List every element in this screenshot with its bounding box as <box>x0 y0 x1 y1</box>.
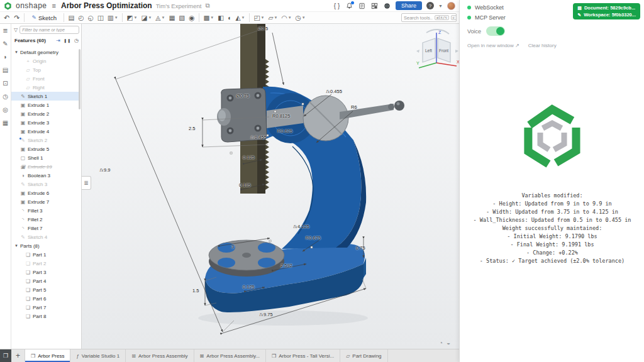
hole-icon[interactable]: ◉ <box>188 14 196 21</box>
tree-item[interactable]: ❏Part 2 <box>11 259 79 268</box>
tree-item[interactable]: ❏Part 1 <box>11 250 79 259</box>
tree-item[interactable]: ❏Part 6 <box>11 294 79 303</box>
tab-variable-studio-1[interactable]: ƒVariable Studio 1 <box>70 349 126 362</box>
open-new-window-link[interactable]: Open in new window ↗ <box>467 43 519 48</box>
tree-item[interactable]: ✎Sketch 4 <box>11 233 79 241</box>
chevron-down-icon[interactable]: ▼ <box>14 244 18 248</box>
tree-item[interactable]: ❏Part 4 <box>11 277 79 285</box>
split-icon[interactable]: ◭▼ <box>235 14 246 21</box>
tree-group-parts-8-[interactable]: ▼Parts (8) <box>11 241 79 250</box>
tree-item[interactable]: ▢Shell 1 <box>11 153 79 162</box>
notes-icon[interactable] <box>358 2 366 10</box>
section-view-icon[interactable]: ◔ <box>439 339 443 346</box>
loft-icon[interactable]: ◫ <box>96 14 104 21</box>
chevron-down-icon[interactable]: ▼ <box>14 50 18 54</box>
tree-item[interactable]: ▱Right <box>11 83 79 92</box>
tree-item-label: Extrude 3 <box>28 120 49 126</box>
notifications-bell-icon[interactable] <box>345 2 353 10</box>
tree-item[interactable]: ✎Sketch 1 <box>11 92 79 101</box>
tree-item[interactable]: ◝Fillet 3 <box>11 206 79 215</box>
measure-icon[interactable]: ◷▼ <box>294 14 306 21</box>
insert-icon[interactable]: ⇥ <box>56 38 60 43</box>
tree-item[interactable]: ❏Part 5 <box>11 285 79 294</box>
tree-item[interactable]: ▣Extrude 4 <box>11 127 79 136</box>
workspace-name[interactable]: Tim's Experiment <box>156 3 202 9</box>
tab-label: Arbor Press Assembly... <box>206 353 260 359</box>
tree-item[interactable]: ▣Extrude 2 <box>11 109 79 118</box>
tree-item[interactable]: ❏Part 8 <box>11 312 79 321</box>
document-menu-icon[interactable]: ≡ <box>52 2 56 9</box>
tables-icon[interactable]: ▦ <box>3 120 8 126</box>
history-icon[interactable]: ◷ <box>3 94 8 100</box>
feature-list-icon[interactable]: ▤ <box>3 67 8 74</box>
share-button[interactable]: Share <box>396 1 422 10</box>
curve-icon[interactable]: ◠▼ <box>280 14 292 21</box>
revolve-icon[interactable]: ◴ <box>77 14 85 21</box>
tree-item[interactable]: ▣Extrude 7 <box>11 197 79 206</box>
tree-item[interactable]: ❏Part 3 <box>11 268 79 277</box>
chevron-down-icon[interactable]: ▼ <box>438 4 443 8</box>
tree-item[interactable]: +Origin <box>11 57 79 65</box>
view-cube[interactable]: Z Y X Left Front <box>414 28 459 74</box>
instances-icon[interactable]: ⊡ <box>3 80 8 87</box>
shell-icon[interactable]: ▧ <box>178 14 186 21</box>
link-icon[interactable]: ⧉ <box>205 2 209 9</box>
thicken-icon[interactable]: ▥▼ <box>106 14 119 21</box>
chamfer-icon[interactable]: ◪▼ <box>140 14 153 21</box>
history-icon[interactable]: ◷ <box>74 38 79 43</box>
tree-item[interactable]: ✎Sketch 2 <box>11 136 79 145</box>
avatar[interactable] <box>447 2 455 10</box>
tree-item[interactable]: ▣Extrude 5 <box>11 145 79 153</box>
model-canvas[interactable]: Ø2.52.5fx9.9Ø0.75fx0.455R6R0.8125R0.625f… <box>82 24 459 349</box>
filter-input[interactable] <box>19 26 79 34</box>
perspective-icon[interactable]: ◒ <box>447 339 450 346</box>
rib-icon[interactable]: ▦ <box>168 14 176 21</box>
tree-item[interactable]: ◑Boolean 3 <box>11 171 79 180</box>
tree-item[interactable]: ◝Fillet 2 <box>11 215 79 224</box>
boolean-icon[interactable]: ◐ <box>227 14 233 21</box>
plane-icon[interactable]: ▱▼ <box>267 14 279 21</box>
tree-item[interactable]: ◝Fillet 7 <box>11 224 79 233</box>
panel-flyout-toggle[interactable]: ≣ <box>82 176 91 190</box>
transform-icon[interactable]: ◰▼ <box>253 14 265 21</box>
globe-icon[interactable] <box>383 2 391 10</box>
configurations-icon[interactable]: ≣ <box>3 28 8 34</box>
tree-item[interactable]: ▱Front <box>11 74 79 83</box>
sweep-icon[interactable]: ◵ <box>87 14 94 21</box>
redo-button[interactable]: ↷ <box>13 14 21 22</box>
search-tools-input[interactable] <box>404 15 433 21</box>
voice-toggle[interactable] <box>486 26 505 36</box>
tree-item[interactable]: ▣Extrude 1 <box>11 101 79 109</box>
mirror-icon[interactable]: ◧ <box>217 14 225 21</box>
extrude-icon[interactable]: ▤ <box>67 14 75 21</box>
tree-group-default-geometry[interactable]: ▼Default geometry <box>11 48 79 57</box>
scrollbar[interactable] <box>79 49 80 109</box>
tab-arbor-press-tall-versi-[interactable]: ❒Arbor Press - Tall Versi... <box>266 349 340 362</box>
comments-icon[interactable]: ◗ <box>3 54 7 60</box>
draft-icon[interactable]: ◬▼ <box>155 14 166 21</box>
clear-history-link[interactable]: Clear history <box>528 43 557 48</box>
search-icon[interactable]: ◎ <box>3 107 8 113</box>
appearance-icon[interactable]: ✎ <box>3 41 8 47</box>
undo-button[interactable]: ↶ <box>3 14 11 22</box>
fillet-icon[interactable]: ◩▼ <box>126 14 138 21</box>
pause-icon[interactable]: ❚❚ <box>64 38 71 43</box>
tree-item[interactable]: ▱Top <box>11 65 79 74</box>
help-button[interactable]: ? <box>426 2 434 9</box>
sketch-button[interactable]: ✎ Sketch <box>28 13 60 23</box>
tree-item[interactable]: ✎Sketch 3 <box>11 180 79 189</box>
tree-item[interactable]: ▣Extrude 19 <box>11 162 79 171</box>
pattern-icon[interactable]: ▩▼ <box>203 14 215 21</box>
tree-item[interactable]: ❏Part 7 <box>11 303 79 312</box>
code-icon[interactable]: { } <box>333 2 341 10</box>
add-tab-button[interactable]: + <box>11 349 25 362</box>
tab-part-drawing[interactable]: ▱Part Drawing <box>340 349 387 362</box>
tab-arbor-press-assembly[interactable]: ⊞Arbor Press Assembly <box>126 349 194 362</box>
tab-manager-icon[interactable]: ❐ <box>0 349 11 362</box>
tab-arbor-press[interactable]: ❒Arbor Press <box>25 349 70 362</box>
apps-grid-icon[interactable] <box>370 2 379 10</box>
tree-item[interactable]: ▣Extrude 6 <box>11 189 79 197</box>
tab-arbor-press-assembly-[interactable]: ⊠Arbor Press Assembly... <box>194 349 266 362</box>
extrude-icon: ▣ <box>20 129 26 134</box>
tree-item[interactable]: ▣Extrude 3 <box>11 118 79 127</box>
